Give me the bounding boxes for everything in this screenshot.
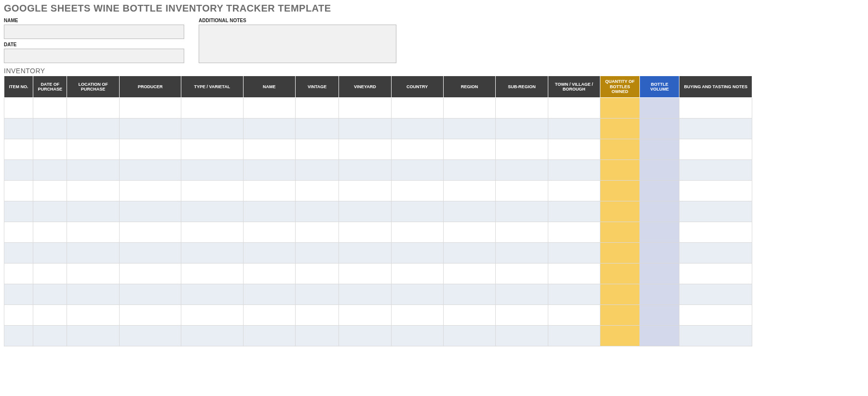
cell-country[interactable] (391, 139, 443, 160)
cell-producer[interactable] (119, 98, 181, 119)
cell-date_purchase[interactable] (33, 326, 67, 346)
cell-loc_purchase[interactable] (67, 264, 119, 284)
cell-qty[interactable] (600, 201, 639, 222)
cell-producer[interactable] (119, 119, 181, 139)
cell-subregion[interactable] (496, 181, 548, 201)
cell-date_purchase[interactable] (33, 305, 67, 326)
cell-notes[interactable] (679, 264, 752, 284)
cell-vineyard[interactable] (339, 201, 391, 222)
cell-notes[interactable] (679, 160, 752, 181)
cell-item_no[interactable] (4, 305, 33, 326)
cell-vintage[interactable] (295, 243, 339, 264)
cell-region[interactable] (443, 98, 495, 119)
cell-vintage[interactable] (295, 181, 339, 201)
cell-subregion[interactable] (496, 139, 548, 160)
cell-loc_purchase[interactable] (67, 243, 119, 264)
cell-producer[interactable] (119, 326, 181, 346)
cell-town[interactable] (548, 222, 600, 243)
cell-country[interactable] (391, 305, 443, 326)
cell-region[interactable] (443, 264, 495, 284)
cell-item_no[interactable] (4, 201, 33, 222)
cell-type_varietal[interactable] (181, 139, 243, 160)
cell-country[interactable] (391, 98, 443, 119)
cell-producer[interactable] (119, 222, 181, 243)
cell-town[interactable] (548, 264, 600, 284)
cell-region[interactable] (443, 222, 495, 243)
cell-type_varietal[interactable] (181, 222, 243, 243)
cell-vintage[interactable] (295, 264, 339, 284)
cell-region[interactable] (443, 305, 495, 326)
cell-loc_purchase[interactable] (67, 326, 119, 346)
cell-notes[interactable] (679, 222, 752, 243)
cell-subregion[interactable] (496, 160, 548, 181)
cell-vintage[interactable] (295, 139, 339, 160)
cell-country[interactable] (391, 119, 443, 139)
cell-vol[interactable] (640, 284, 679, 305)
cell-notes[interactable] (679, 181, 752, 201)
cell-type_varietal[interactable] (181, 305, 243, 326)
cell-loc_purchase[interactable] (67, 181, 119, 201)
cell-item_no[interactable] (4, 98, 33, 119)
cell-item_no[interactable] (4, 243, 33, 264)
cell-vineyard[interactable] (339, 243, 391, 264)
cell-country[interactable] (391, 160, 443, 181)
cell-subregion[interactable] (496, 201, 548, 222)
cell-loc_purchase[interactable] (67, 98, 119, 119)
cell-notes[interactable] (679, 284, 752, 305)
cell-qty[interactable] (600, 160, 639, 181)
cell-qty[interactable] (600, 181, 639, 201)
cell-country[interactable] (391, 201, 443, 222)
cell-notes[interactable] (679, 326, 752, 346)
cell-vintage[interactable] (295, 305, 339, 326)
cell-date_purchase[interactable] (33, 264, 67, 284)
cell-loc_purchase[interactable] (67, 201, 119, 222)
cell-subregion[interactable] (496, 326, 548, 346)
cell-vintage[interactable] (295, 119, 339, 139)
cell-town[interactable] (548, 119, 600, 139)
cell-type_varietal[interactable] (181, 243, 243, 264)
cell-vintage[interactable] (295, 284, 339, 305)
cell-date_purchase[interactable] (33, 119, 67, 139)
cell-vineyard[interactable] (339, 284, 391, 305)
cell-region[interactable] (443, 181, 495, 201)
cell-vineyard[interactable] (339, 222, 391, 243)
cell-region[interactable] (443, 119, 495, 139)
cell-country[interactable] (391, 284, 443, 305)
cell-subregion[interactable] (496, 305, 548, 326)
cell-qty[interactable] (600, 119, 639, 139)
cell-date_purchase[interactable] (33, 222, 67, 243)
cell-producer[interactable] (119, 305, 181, 326)
cell-qty[interactable] (600, 305, 639, 326)
cell-subregion[interactable] (496, 98, 548, 119)
cell-subregion[interactable] (496, 264, 548, 284)
cell-country[interactable] (391, 181, 443, 201)
cell-type_varietal[interactable] (181, 326, 243, 346)
cell-qty[interactable] (600, 139, 639, 160)
cell-country[interactable] (391, 243, 443, 264)
cell-name[interactable] (243, 243, 295, 264)
cell-name[interactable] (243, 284, 295, 305)
cell-country[interactable] (391, 222, 443, 243)
cell-name[interactable] (243, 201, 295, 222)
cell-vol[interactable] (640, 160, 679, 181)
cell-subregion[interactable] (496, 119, 548, 139)
cell-type_varietal[interactable] (181, 119, 243, 139)
cell-item_no[interactable] (4, 119, 33, 139)
cell-region[interactable] (443, 139, 495, 160)
cell-item_no[interactable] (4, 139, 33, 160)
cell-town[interactable] (548, 139, 600, 160)
cell-producer[interactable] (119, 160, 181, 181)
cell-item_no[interactable] (4, 222, 33, 243)
cell-notes[interactable] (679, 98, 752, 119)
cell-loc_purchase[interactable] (67, 222, 119, 243)
cell-date_purchase[interactable] (33, 160, 67, 181)
cell-country[interactable] (391, 264, 443, 284)
cell-date_purchase[interactable] (33, 181, 67, 201)
cell-notes[interactable] (679, 139, 752, 160)
cell-town[interactable] (548, 98, 600, 119)
cell-qty[interactable] (600, 326, 639, 346)
cell-vineyard[interactable] (339, 160, 391, 181)
cell-item_no[interactable] (4, 264, 33, 284)
cell-qty[interactable] (600, 264, 639, 284)
cell-vol[interactable] (640, 264, 679, 284)
